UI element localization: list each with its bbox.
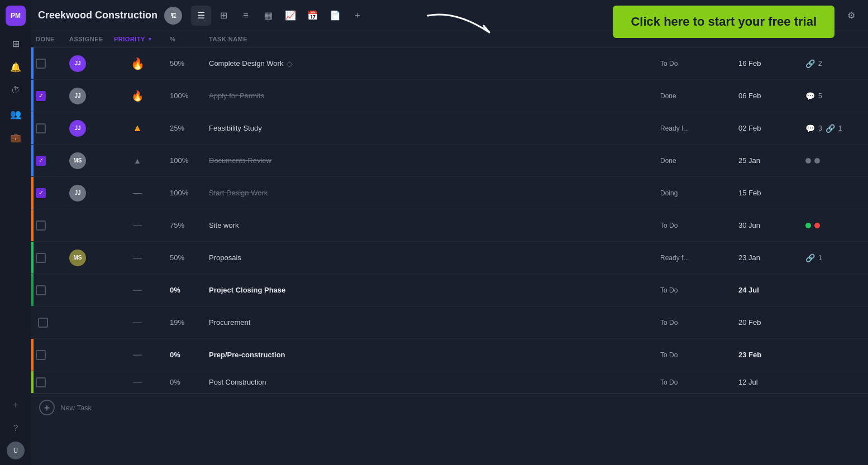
dash-icon: — [133, 350, 142, 360]
done-checkbox[interactable] [38, 318, 48, 328]
cell-date: 02 Feb [734, 124, 801, 132]
cell-done[interactable]: ✓ [31, 156, 65, 166]
settings-icon[interactable]: ⚙ [841, 6, 861, 26]
status-dot-gray [805, 158, 811, 164]
cell-assignee: JJ [65, 185, 109, 202]
chart-view-tab[interactable]: 📈 [280, 6, 301, 26]
cell-badges [801, 223, 868, 228]
cell-priority: — [109, 188, 165, 198]
main-area: Creekwood Construction 🏗 ☰ ⊞ ≡ ▦ 📈 📅 📄 ＋… [31, 0, 868, 465]
add-view-tab[interactable]: ＋ [347, 6, 368, 26]
cell-status: To Do [656, 286, 734, 294]
col-priority: PRIORITY ▼ [109, 36, 165, 42]
done-checkbox[interactable]: ✓ [36, 156, 46, 166]
table-row: ✓ MS ▲ 100% Documents Review Done 25 Jan [31, 145, 868, 177]
sidebar-help-button[interactable]: ？ [6, 418, 26, 438]
cell-assignee: MS [65, 250, 109, 266]
cell-done[interactable] [31, 59, 65, 69]
sidebar-item-projects[interactable]: 💼 [6, 127, 26, 147]
cta-banner[interactable]: Click here to start your free trial [613, 6, 834, 38]
cell-done[interactable] [31, 253, 65, 263]
status-dot-green [805, 223, 811, 228]
cell-taskname[interactable]: Site work [204, 221, 656, 229]
cell-done[interactable] [31, 377, 65, 387]
cell-percent: 0% [165, 378, 204, 386]
cell-date: 24 Jul [734, 286, 801, 294]
cell-percent: 75% [165, 221, 204, 229]
new-task-button[interactable]: ＋ [39, 400, 55, 415]
gantt-view-tab[interactable]: ⊞ [213, 6, 233, 26]
done-checkbox[interactable] [36, 285, 46, 295]
cell-done[interactable]: ✓ [31, 91, 65, 101]
cell-date: 12 Jul [734, 378, 801, 386]
table-row: — 0% Prep/Pre-construction To Do 23 Feb [31, 339, 868, 371]
comment-icon: 💬 [805, 124, 815, 133]
cell-done[interactable] [31, 123, 65, 133]
new-task-row[interactable]: ＋ New Task [31, 394, 868, 421]
row-bar [31, 274, 34, 306]
cell-status: Ready f... [656, 254, 734, 262]
cell-done[interactable] [31, 318, 65, 328]
cell-done[interactable] [31, 220, 65, 231]
dash-icon: — [133, 188, 142, 198]
cell-date: 15 Feb [734, 189, 801, 197]
cell-taskname[interactable]: Post Construction [204, 378, 656, 386]
cell-date: 23 Jan [734, 253, 801, 262]
sidebar-item-people[interactable]: 👥 [6, 104, 26, 124]
cell-priority: — [109, 377, 165, 387]
cell-priority: — [109, 285, 165, 295]
board-view-tab[interactable]: ≡ [236, 6, 256, 26]
cell-taskname[interactable]: Documents Review [204, 156, 656, 165]
user-avatar[interactable]: U [7, 442, 25, 459]
cell-taskname[interactable]: Feasibility Study [204, 124, 656, 132]
cell-taskname[interactable]: Apply for Permits [204, 92, 656, 100]
avatar: JJ [69, 55, 86, 72]
cell-status: To Do [656, 319, 734, 327]
cell-done[interactable]: ✓ [31, 188, 65, 198]
done-checkbox[interactable] [36, 220, 46, 231]
cell-status: Done [656, 92, 734, 100]
sidebar-item-notifications[interactable]: 🔔 [6, 57, 26, 77]
cell-date: 06 Feb [734, 92, 801, 100]
done-checkbox[interactable] [36, 350, 46, 360]
list-view-tab[interactable]: ☰ [191, 6, 211, 26]
avatar: MS [69, 250, 86, 266]
done-checkbox[interactable]: ✓ [36, 91, 46, 101]
cell-badges: 💬 3 🔗 1 [801, 124, 868, 133]
done-checkbox[interactable] [36, 123, 46, 133]
arrow-up-icon: ▲ [132, 122, 142, 134]
dash-icon: — [133, 285, 142, 295]
cell-taskname[interactable]: Start Design Work [204, 189, 656, 197]
col-assignee: ASSIGNEE [65, 36, 109, 42]
done-checkbox[interactable] [36, 377, 46, 387]
cell-taskname[interactable]: Procurement [204, 318, 656, 327]
doc-view-tab[interactable]: 📄 [325, 6, 345, 26]
status-dot-gray2 [814, 158, 820, 164]
col-percent: % [165, 36, 204, 42]
cell-assignee: MS [65, 152, 109, 169]
cell-done[interactable] [31, 350, 65, 360]
cell-taskname[interactable]: Project Closing Phase [204, 286, 656, 294]
calendar-view-tab[interactable]: 📅 [303, 6, 323, 26]
cell-taskname[interactable]: Complete Design Work ◇ [204, 59, 656, 68]
sidebar-add-button[interactable]: ＋ [6, 395, 26, 415]
cell-badges: 💬 5 [801, 92, 868, 100]
avatar: JJ [69, 185, 86, 202]
sidebar-item-time[interactable]: ⏱ [6, 80, 26, 100]
cell-badges [801, 158, 868, 164]
table-view-tab[interactable]: ▦ [258, 6, 278, 26]
cell-date: 23 Feb [734, 351, 801, 359]
cell-assignee: JJ [65, 88, 109, 104]
done-checkbox[interactable] [36, 253, 46, 263]
link-icon: 🔗 [805, 253, 815, 262]
cell-priority: — [109, 253, 165, 263]
done-checkbox[interactable] [36, 59, 46, 69]
app-logo[interactable]: PM [6, 6, 26, 26]
cell-taskname[interactable]: Prep/Pre-construction [204, 351, 656, 359]
cell-taskname[interactable]: Proposals [204, 253, 656, 262]
done-checkbox[interactable]: ✓ [36, 188, 46, 198]
sidebar-item-home[interactable]: ⊞ [6, 33, 26, 54]
cell-done[interactable] [31, 285, 65, 295]
cell-status: Doing [656, 189, 734, 197]
cell-assignee: JJ [65, 120, 109, 137]
